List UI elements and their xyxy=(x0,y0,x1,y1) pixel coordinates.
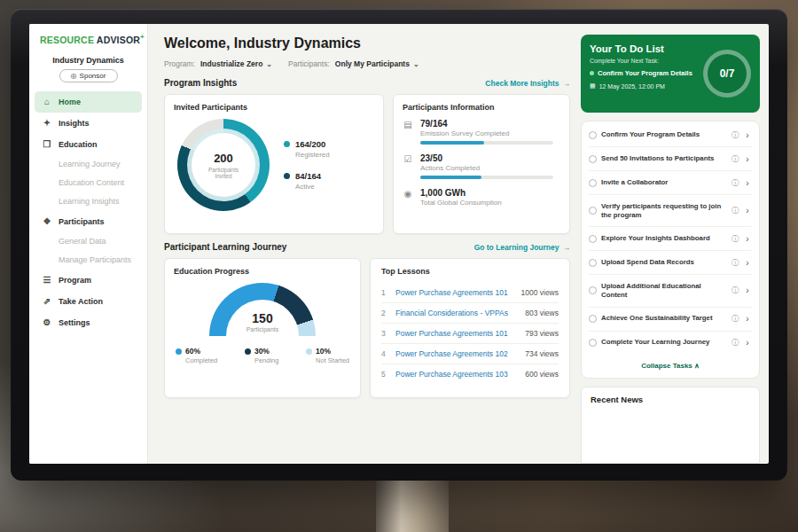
task-row[interactable]: Achieve One Sustainability Targetⓘ› xyxy=(589,308,752,332)
collapse-tasks-button[interactable]: Collapse Tasks ∧ xyxy=(589,355,752,376)
task-row[interactable]: Complete Your Learning Journeyⓘ› xyxy=(589,332,752,355)
sidebar-item-education-content[interactable]: Education Content xyxy=(29,174,147,192)
participants-select[interactable]: Only My Participants⌄ xyxy=(335,59,419,68)
program-select[interactable]: Industrialize Zero⌄ xyxy=(200,59,272,68)
task-checkbox[interactable] xyxy=(589,131,597,139)
info-row-actions: ☑ 23/50 Actions Completed xyxy=(403,153,560,179)
todo-progress-ring: 0/7 xyxy=(703,50,751,98)
task-row[interactable]: Upload Spend Data Recordsⓘ› xyxy=(589,251,752,275)
go-to-learning-journey-link[interactable]: Go to Learning Journey→ xyxy=(474,243,570,252)
lesson-link[interactable]: Power Purchase Agreements 101 xyxy=(395,329,518,338)
next-task: Confirm Your Program Details xyxy=(590,69,701,77)
sponsor-icon: ◎ xyxy=(71,72,77,80)
task-row[interactable]: Send 50 Invitations to Participantsⓘ› xyxy=(589,147,752,171)
program-insights-section-header: Program Insights Check More Insights→ xyxy=(164,78,570,88)
sidebar-item-general-data[interactable]: General Data xyxy=(29,232,147,251)
chevron-right-icon[interactable]: › xyxy=(743,234,752,244)
info-icon: ⓘ xyxy=(732,338,739,348)
not-started-dot-icon xyxy=(306,348,312,355)
task-checkbox[interactable] xyxy=(589,286,597,294)
monitor-bezel: RESOURCE ADVISOR+ Industry Dynamics ◎ Sp… xyxy=(11,9,787,481)
section-title-program-insights: Program Insights xyxy=(164,78,237,88)
chevron-up-icon: ∧ xyxy=(694,362,700,370)
lesson-row: 2 Financial Considerations - VPPAs 803 v… xyxy=(381,303,559,324)
arrow-right-icon: → xyxy=(563,243,571,252)
sidebar-item-participants[interactable]: ❖Participants xyxy=(29,211,147,232)
lesson-link[interactable]: Power Purchase Agreements 102 xyxy=(395,349,518,358)
brand-secondary: ADVISOR xyxy=(97,35,140,45)
task-checkbox[interactable] xyxy=(589,315,597,323)
task-checkbox[interactable] xyxy=(589,155,597,163)
card-title: Top Lessons xyxy=(381,267,559,276)
education-progress-card: Education Progress 150 Participants xyxy=(164,258,361,398)
chevron-down-icon: ⌄ xyxy=(266,60,272,68)
sidebar-item-insights[interactable]: ✦Insights xyxy=(29,113,147,134)
sidebar-item-learning-insights[interactable]: Learning Insights xyxy=(29,192,147,211)
lesson-row: 1 Power Purchase Agreements 101 1000 vie… xyxy=(381,283,559,303)
check-more-insights-link[interactable]: Check More Insights→ xyxy=(485,79,570,88)
task-row[interactable]: Explore Your Insights Dashboardⓘ› xyxy=(589,227,752,251)
task-checkbox[interactable] xyxy=(589,259,597,267)
task-row[interactable]: Confirm Your Program Detailsⓘ› xyxy=(589,123,752,147)
chevron-right-icon[interactable]: › xyxy=(743,130,752,140)
monitor-stand xyxy=(376,479,449,532)
org-name: Industry Dynamics xyxy=(29,56,147,65)
task-row[interactable]: Verify participants requesting to join t… xyxy=(589,195,752,227)
education-icon: ❒ xyxy=(42,139,52,149)
lesson-link[interactable]: Power Purchase Agreements 101 xyxy=(395,288,513,297)
chevron-right-icon[interactable]: › xyxy=(743,314,752,324)
task-checkbox[interactable] xyxy=(589,235,597,243)
learning-journey-section-header: Participant Learning Journey Go to Learn… xyxy=(164,242,570,252)
sidebar-item-education[interactable]: ❒Education xyxy=(29,134,147,155)
sidebar-item-home[interactable]: ⌂Home xyxy=(35,91,142,113)
task-row[interactable]: Invite a Collaboratorⓘ› xyxy=(589,171,752,195)
invited-donut-center: 200 Participants Invited xyxy=(192,133,255,197)
chevron-right-icon[interactable]: › xyxy=(743,258,752,268)
todo-header-card: Your To Do List Complete Your Next Task:… xyxy=(581,35,760,113)
info-icon: ⓘ xyxy=(732,206,739,215)
sidebar-item-learning-journey[interactable]: Learning Journey xyxy=(29,155,147,174)
program-filter-label: Program: xyxy=(164,59,195,68)
participants-information-card: Participants Information ▤ 79/164 Emissi… xyxy=(393,94,570,234)
card-title: Invited Participants xyxy=(174,103,374,112)
sidebar-item-program[interactable]: ☰Program xyxy=(29,270,147,291)
chevron-right-icon[interactable]: › xyxy=(743,338,752,348)
legend-not-started: 10%Not Started xyxy=(306,347,349,364)
chevron-right-icon[interactable]: › xyxy=(743,206,752,215)
pending-dot-icon xyxy=(245,348,251,355)
lesson-row: 4 Power Purchase Agreements 102 734 view… xyxy=(381,344,559,364)
settings-icon: ⚙ xyxy=(42,317,52,327)
task-status-dot-icon xyxy=(590,71,594,75)
chevron-right-icon[interactable]: › xyxy=(743,154,752,164)
todo-panel: Your To Do List Complete Your Next Task:… xyxy=(581,24,769,464)
info-icon: ⓘ xyxy=(732,258,739,268)
sidebar-item-take-action[interactable]: ⇗Take Action xyxy=(29,291,147,312)
invited-participants-card: Invited Participants 200 Participants In… xyxy=(164,94,384,234)
legend-pending: 30%Pending xyxy=(245,347,279,364)
chevron-right-icon[interactable]: › xyxy=(743,178,752,188)
info-row-consumption: ◉ 1,000 GWh Total Global Consumption xyxy=(403,188,560,210)
task-row[interactable]: Upload Additional Educational Contentⓘ› xyxy=(589,275,752,307)
brand-logo: RESOURCE ADVISOR+ xyxy=(29,33,147,45)
participants-icon: ❖ xyxy=(42,216,52,226)
sponsor-badge: ◎ Sponsor xyxy=(59,69,118,82)
lesson-row: 3 Power Purchase Agreements 101 793 view… xyxy=(381,324,559,344)
task-checkbox[interactable] xyxy=(589,207,597,215)
filters-bar: Program: Industrialize Zero⌄ Participant… xyxy=(164,59,570,68)
main-content: Welcome, Industry Dynamics Program: Indu… xyxy=(148,24,581,464)
brand-primary: RESOURCE xyxy=(40,35,94,45)
task-checkbox[interactable] xyxy=(589,179,597,187)
program-icon: ☰ xyxy=(42,275,52,285)
sidebar: RESOURCE ADVISOR+ Industry Dynamics ◎ Sp… xyxy=(29,24,148,464)
energy-icon: ◉ xyxy=(403,189,413,210)
chevron-right-icon[interactable]: › xyxy=(743,286,752,295)
survey-icon: ▤ xyxy=(403,120,413,145)
sidebar-item-settings[interactable]: ⚙Settings xyxy=(29,312,147,333)
participants-filter-label: Participants: xyxy=(288,59,330,68)
sidebar-item-manage-participants[interactable]: Manage Participants xyxy=(29,251,147,270)
lesson-link[interactable]: Power Purchase Agreements 103 xyxy=(395,370,518,379)
task-checkbox[interactable] xyxy=(589,339,597,347)
info-icon: ⓘ xyxy=(732,154,739,164)
lesson-link[interactable]: Financial Considerations - VPPAs xyxy=(395,309,518,317)
photo-background: RESOURCE ADVISOR+ Industry Dynamics ◎ Sp… xyxy=(0,0,798,532)
